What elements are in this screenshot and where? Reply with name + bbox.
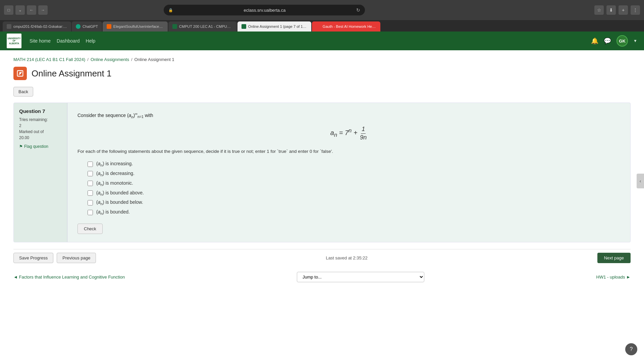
math-an: an xyxy=(129,113,133,118)
help-button[interactable]: ? xyxy=(625,343,637,355)
checkbox-bounded-above[interactable] xyxy=(88,190,93,196)
checkbox-bounded-below[interactable] xyxy=(88,200,93,205)
label-bounded: (an) is bounded. xyxy=(96,209,130,216)
breadcrumb-section[interactable]: Online Assignments xyxy=(91,57,129,62)
page-title-row: Online Assignment 1 xyxy=(13,67,631,80)
notifications-icon[interactable]: 🔔 xyxy=(591,37,598,45)
next-page-button[interactable]: Next page xyxy=(597,253,631,263)
checkbox-decreasing[interactable] xyxy=(88,171,93,176)
tab-6-label: Gauth - Best AI Homework Helper for All … xyxy=(323,24,376,28)
save-progress-button[interactable]: Save Progress xyxy=(13,253,53,263)
navbar-right: 🔔 💬 GK ▼ xyxy=(591,35,637,47)
flag-label: Flag question xyxy=(24,144,48,149)
window-expand[interactable]: ⌄ xyxy=(15,5,25,15)
prev-activity-link[interactable]: ◄ Factors that Influence Learning and Co… xyxy=(13,275,125,280)
tab-1-label: cmput201-f24/lab-02-Gskakar: cmput201-f2… xyxy=(13,24,67,28)
tab-2[interactable]: ChatGPT xyxy=(72,21,102,32)
formula-block: an = 7n + 1 9n xyxy=(77,125,620,141)
breadcrumb-current: Online Assignment 1 xyxy=(135,57,174,62)
tab-3-label: ElegantSoulfulUserinterface - Replit xyxy=(113,24,164,28)
flag-icon: ⚑ xyxy=(19,144,23,149)
navbar-links: Site home Dashboard Help xyxy=(30,38,95,44)
breadcrumb-course[interactable]: MATH 214 (LEC A1 B1 C1 Fall 2024) xyxy=(13,57,85,62)
check-button[interactable]: Check xyxy=(77,224,103,234)
checkbox-increasing[interactable] xyxy=(88,162,93,167)
label-bounded-above: (an) is bounded above. xyxy=(96,190,144,196)
sidebar-toggle[interactable]: ‹ xyxy=(637,174,644,188)
window-controls[interactable]: □ xyxy=(4,5,13,15)
navbar-logo[interactable]: UNIVERSITY OF ALBERTA xyxy=(7,34,21,48)
page-title: Online Assignment 1 xyxy=(32,68,111,79)
checkbox-item-4: (an) is bounded above. xyxy=(88,190,620,196)
label-bounded-below: (an) is bounded below. xyxy=(96,199,143,206)
address-bar[interactable]: 🔒 eclass.srv.ualberta.ca ↻ xyxy=(164,5,365,15)
label-monotonic: (an) is monotonic. xyxy=(96,180,133,187)
logo-box: UNIVERSITY OF ALBERTA xyxy=(7,34,21,48)
navbar: UNIVERSITY OF ALBERTA Site home Dashboar… xyxy=(0,32,644,50)
marked-label: Marked out of xyxy=(19,129,44,134)
new-tab-icon[interactable]: + xyxy=(619,5,628,15)
tab-2-label: ChatGPT xyxy=(83,24,98,28)
bottom-bar: Save Progress Previous page Last saved a… xyxy=(13,249,631,266)
download-icon[interactable]: ⬇ xyxy=(606,5,616,15)
assignment-icon xyxy=(13,67,27,80)
question-body: Consider the sequence (an)∞n=1 with an =… xyxy=(67,103,630,242)
navbar-help[interactable]: Help xyxy=(86,38,96,44)
tab-5[interactable]: Online Assignment 1 (page 7 of 10) | eCl… xyxy=(237,21,311,32)
logo-text-line2: OF ALBERTA xyxy=(8,40,20,44)
tab-5-label: Online Assignment 1 (page 7 of 10) | eCl… xyxy=(248,24,307,28)
nav-forward[interactable]: → xyxy=(38,5,48,15)
next-activity-link[interactable]: HW1 - uploads ► xyxy=(596,275,631,280)
saved-text: Last saved at 2:35:22 xyxy=(99,255,594,260)
bookmark-icon[interactable]: ☆ xyxy=(594,5,604,15)
checkbox-item-1: (an) is increasing. xyxy=(88,161,620,167)
chevron-down-icon[interactable]: ▼ xyxy=(633,39,637,43)
url-text: eclass.srv.ualberta.ca xyxy=(176,8,354,13)
jump-nav: ◄ Factors that Influence Learning and Co… xyxy=(13,266,631,286)
question-intro: Consider the sequence (an)∞n=1 with xyxy=(77,111,620,120)
jump-to-select[interactable]: Jump to... Question 1 Question 2 Questio… xyxy=(297,272,424,282)
navbar-dashboard[interactable]: Dashboard xyxy=(57,38,80,44)
label-increasing: (an) is increasing. xyxy=(96,161,133,167)
marked-value: 20.00 xyxy=(19,135,29,140)
breadcrumb: MATH 214 (LEC A1 B1 C1 Fall 2024) / Onli… xyxy=(13,57,631,62)
checkbox-list: (an) is increasing. (an) is decreasing. … xyxy=(88,161,620,216)
messages-icon[interactable]: 💬 xyxy=(604,37,611,45)
instruction-text: For each of the following statements abo… xyxy=(77,148,620,155)
logo-text-line1: UNIVERSITY xyxy=(8,37,21,40)
previous-page-button[interactable]: Previous page xyxy=(57,253,96,263)
checkbox-item-3: (an) is monotonic. xyxy=(88,180,620,187)
tries-value: 2 xyxy=(19,123,21,128)
main-content: MATH 214 (LEC A1 B1 C1 Fall 2024) / Onli… xyxy=(0,50,644,292)
navbar-site-home[interactable]: Site home xyxy=(30,38,51,44)
checkbox-monotonic[interactable] xyxy=(88,181,93,186)
label-decreasing: (an) is decreasing. xyxy=(96,171,135,177)
lock-icon: 🔒 xyxy=(168,8,173,12)
browser-tabs: cmput201-f24/lab-02-Gskakar: cmput201-f2… xyxy=(0,20,644,32)
checkbox-item-5: (an) is bounded below. xyxy=(88,199,620,206)
tab-4-label: CMPUT 200 LEC A1 - CMPUT 200 LAB D01 - C… xyxy=(179,24,233,28)
formula: an = 7n + 1 9n xyxy=(330,129,367,136)
tries-label: Tries remaining: xyxy=(19,117,48,122)
more-icon[interactable]: ⋮ xyxy=(631,5,640,15)
avatar[interactable]: GK xyxy=(616,35,628,47)
question-number: Question 7 xyxy=(19,108,62,114)
back-button[interactable]: Back xyxy=(13,87,33,97)
question-sidebar: Question 7 Tries remaining: 2 Marked out… xyxy=(14,103,67,242)
reload-icon[interactable]: ↻ xyxy=(356,7,360,13)
checkbox-item-6: (an) is bounded. xyxy=(88,209,620,216)
tab-3[interactable]: ElegantSoulfulUserinterface - Replit xyxy=(103,21,168,32)
nav-back[interactable]: ← xyxy=(27,5,36,15)
browser-chrome: □ ⌄ ← → 🔒 eclass.srv.ualberta.ca ↻ ☆ ⬇ +… xyxy=(0,0,644,20)
question-container: Question 7 Tries remaining: 2 Marked out… xyxy=(13,103,631,242)
checkbox-item-2: (an) is decreasing. xyxy=(88,171,620,177)
browser-controls: □ ⌄ ← → xyxy=(4,5,48,15)
question-meta: Tries remaining: 2 Marked out of 20.00 xyxy=(19,117,62,141)
flag-question[interactable]: ⚑ Flag question xyxy=(19,144,62,149)
tab-4[interactable]: CMPUT 200 LEC A1 - CMPUT 200 LAB D01 - C… xyxy=(168,21,237,32)
browser-right-controls: ☆ ⬇ + ⋮ xyxy=(594,5,640,15)
checkbox-bounded[interactable] xyxy=(88,210,93,215)
breadcrumb-sep-1: / xyxy=(87,57,89,62)
tab-1[interactable]: cmput201-f24/lab-02-Gskakar: cmput201-f2… xyxy=(3,21,71,32)
tab-6[interactable]: Gauth - Best AI Homework Helper for All … xyxy=(312,21,380,32)
